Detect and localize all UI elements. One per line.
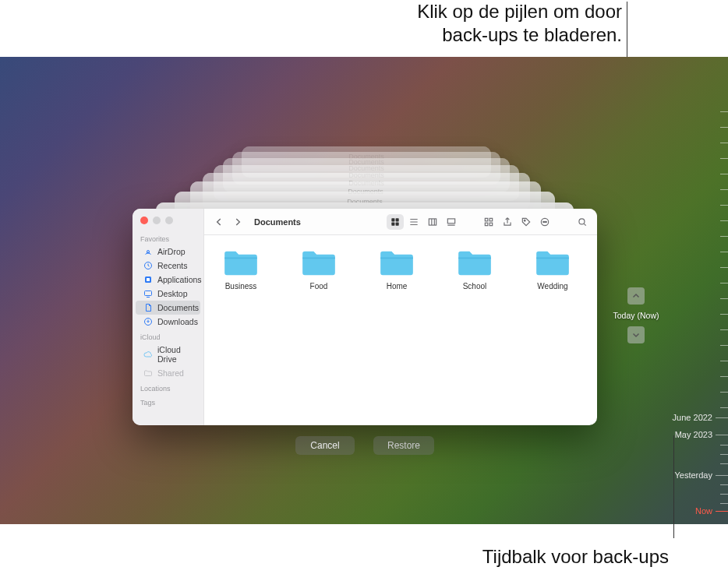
time-machine-stage: Documents Documents Documents Documents … bbox=[0, 57, 728, 524]
applications-icon bbox=[143, 275, 153, 284]
svg-rect-14 bbox=[485, 223, 488, 226]
finder-content: Documents bbox=[204, 209, 597, 425]
back-button[interactable] bbox=[210, 214, 228, 230]
sidebar-item-label: Applications bbox=[157, 275, 202, 284]
sidebar-header-tags: Tags bbox=[133, 394, 203, 408]
callout-timeline: Tijdbalk voor back-ups bbox=[0, 546, 728, 568]
folder-icon bbox=[535, 249, 571, 277]
share-button[interactable] bbox=[499, 214, 516, 230]
sidebar-item-documents[interactable]: Documents bbox=[136, 301, 200, 315]
backup-now-label: Today (Now) bbox=[605, 311, 667, 320]
callout-arrows-line1: Klik op de pijlen om door bbox=[0, 0, 622, 23]
view-columns-button[interactable] bbox=[424, 214, 441, 230]
svg-rect-10 bbox=[429, 218, 436, 224]
folder-label: School bbox=[463, 282, 487, 291]
svg-point-16 bbox=[524, 220, 525, 221]
svg-rect-15 bbox=[489, 223, 493, 226]
restore-button[interactable]: Restore bbox=[373, 436, 434, 455]
folder-label: Business bbox=[225, 282, 257, 291]
backup-timeline[interactable]: June 2022 May 2023 Yesterday Now bbox=[669, 57, 728, 524]
finder-toolbar: Documents bbox=[204, 209, 597, 235]
desktop-icon bbox=[143, 289, 153, 298]
folder-item[interactable]: Wedding bbox=[525, 249, 580, 291]
svg-rect-6 bbox=[391, 218, 394, 221]
folder-item[interactable]: Business bbox=[214, 249, 268, 291]
sidebar-item-label: iCloud Drive bbox=[157, 345, 194, 364]
tag-button[interactable] bbox=[518, 214, 535, 230]
sidebar-item-label: Desktop bbox=[157, 289, 188, 298]
folder-label: Wedding bbox=[537, 282, 567, 291]
callout-timeline-leader bbox=[673, 435, 674, 538]
clock-icon bbox=[143, 261, 153, 270]
sidebar-item-label: Recents bbox=[157, 261, 188, 270]
cancel-button[interactable]: Cancel bbox=[295, 436, 355, 455]
folder-label: Food bbox=[310, 282, 328, 291]
backup-next-button[interactable] bbox=[627, 326, 645, 343]
sidebar-header-favorites: Favorites bbox=[133, 231, 203, 245]
finder-sidebar: Favorites AirDrop Recents Applications D… bbox=[133, 209, 204, 425]
finder-window: Favorites AirDrop Recents Applications D… bbox=[133, 209, 597, 425]
window-traffic-lights bbox=[133, 213, 203, 231]
timeline-label: Yesterday bbox=[674, 470, 712, 480]
svg-point-21 bbox=[579, 218, 585, 224]
callout-timeline-text: Tijdbalk voor back-ups bbox=[482, 546, 669, 567]
forward-button[interactable] bbox=[229, 214, 246, 230]
sidebar-header-icloud: iCloud bbox=[133, 329, 203, 343]
search-button[interactable] bbox=[574, 214, 591, 230]
sidebar-item-shared[interactable]: Shared bbox=[136, 366, 200, 380]
downloads-icon bbox=[143, 317, 153, 326]
sidebar-item-label: Downloads bbox=[157, 317, 198, 326]
close-icon[interactable] bbox=[140, 217, 148, 224]
sidebar-item-applications[interactable]: Applications bbox=[136, 273, 200, 287]
view-list-button[interactable] bbox=[405, 214, 422, 230]
svg-point-18 bbox=[543, 221, 544, 222]
svg-point-19 bbox=[544, 221, 545, 222]
svg-rect-4 bbox=[145, 291, 152, 296]
sidebar-item-icloud-drive[interactable]: iCloud Drive bbox=[136, 343, 200, 366]
backup-nav-arrows: Today (Now) bbox=[605, 287, 667, 343]
svg-rect-11 bbox=[447, 218, 454, 223]
action-button[interactable] bbox=[536, 214, 553, 230]
folder-item[interactable]: Food bbox=[292, 249, 346, 291]
documents-icon bbox=[143, 303, 153, 312]
backup-prev-button[interactable] bbox=[627, 287, 645, 305]
callout-arrows-line2: back-ups te bladeren. bbox=[0, 23, 622, 47]
window-title: Documents bbox=[254, 217, 301, 227]
folder-item[interactable]: School bbox=[447, 249, 502, 291]
sidebar-item-label: Shared bbox=[157, 368, 184, 378]
view-gallery-button[interactable] bbox=[443, 214, 460, 230]
sidebar-item-recents[interactable]: Recents bbox=[136, 259, 200, 273]
sidebar-item-desktop[interactable]: Desktop bbox=[136, 287, 200, 301]
svg-rect-8 bbox=[391, 222, 394, 225]
timeline-label-now: Now bbox=[695, 506, 712, 516]
view-icons-button[interactable] bbox=[387, 214, 404, 230]
action-buttons: Cancel Restore bbox=[133, 436, 597, 455]
sidebar-item-label: AirDrop bbox=[157, 247, 186, 256]
airdrop-icon bbox=[143, 247, 153, 256]
shared-folder-icon bbox=[143, 368, 153, 378]
sidebar-item-label: Documents bbox=[157, 303, 199, 312]
svg-point-20 bbox=[546, 221, 546, 222]
svg-rect-13 bbox=[489, 218, 493, 221]
sidebar-item-airdrop[interactable]: AirDrop bbox=[136, 245, 200, 259]
minimize-icon[interactable] bbox=[153, 217, 161, 224]
cloud-icon bbox=[143, 350, 153, 359]
zoom-icon[interactable] bbox=[165, 217, 173, 224]
sidebar-item-downloads[interactable]: Downloads bbox=[136, 315, 200, 329]
sidebar-header-locations: Locations bbox=[133, 380, 203, 394]
svg-rect-3 bbox=[147, 278, 150, 281]
folder-icon bbox=[223, 249, 259, 277]
folder-icon bbox=[379, 249, 415, 277]
folder-icon bbox=[457, 249, 493, 277]
callout-arrows: Klik op de pijlen om door back-ups te bl… bbox=[0, 0, 728, 47]
file-grid: Business Food Home School Wedding bbox=[204, 235, 597, 425]
folder-label: Home bbox=[387, 282, 408, 291]
timeline-label: June 2022 bbox=[673, 413, 712, 422]
folder-item[interactable]: Home bbox=[369, 249, 424, 291]
group-button[interactable] bbox=[480, 214, 497, 230]
chevron-up-icon bbox=[631, 291, 641, 301]
svg-rect-12 bbox=[485, 218, 488, 221]
svg-rect-7 bbox=[396, 218, 399, 221]
svg-rect-9 bbox=[396, 222, 399, 225]
folder-icon bbox=[301, 249, 337, 277]
